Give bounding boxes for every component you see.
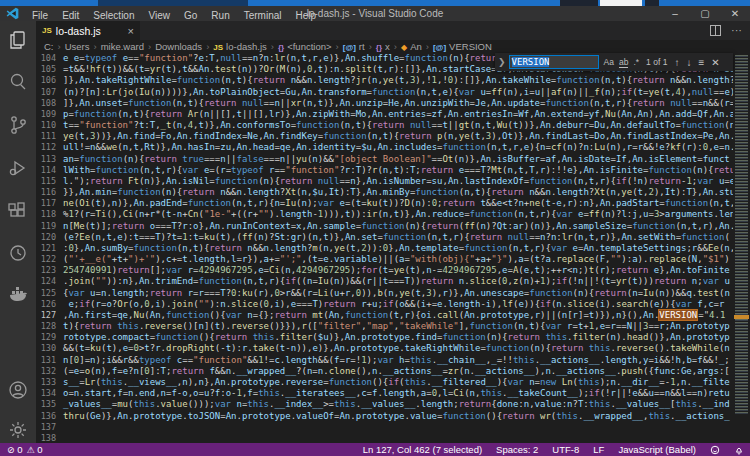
breadcrumb-item-version[interactable]: [@]VERSION [433,41,492,52]
breadcrumb-separator: › [422,41,433,52]
line-number: 132 [36,366,63,377]
regex-icon[interactable]: .* [633,57,639,67]
menu-run[interactable]: Run [204,10,236,21]
toggle-replace-chevron-icon[interactable]: ❯ [495,57,509,67]
breadcrumb-item-x[interactable]: {}x [376,41,390,52]
code-line-110[interactable]: 110t=="function"?t:T,_t(n,4,t)},An.confo… [36,120,733,131]
code-line-106[interactable]: 106]},An.takeRightWhile=function(n,t){re… [36,75,733,86]
next-match-icon[interactable]: ↓ [686,57,691,68]
breadcrumb-item-an[interactable]: ◆An [401,41,422,52]
search-icon[interactable] [7,71,29,93]
close-find-icon[interactable]: ✕ [711,57,719,68]
explorer-icon[interactable] [7,29,29,51]
code-line-120[interactable]: 120(e?Ee(n,t,e):t===T)?t=1:t=ku(t),(ff(n… [36,232,733,243]
menu-terminal[interactable]: Terminal [237,10,289,21]
code-text: %1?(r=Ti(),Ci(n+r*(t-n+Cn("1e-"+((r+"").… [63,209,733,220]
code-line-109[interactable]: 109p=function(n,t){return Ar(n||[],t||[]… [36,109,733,120]
status-eol[interactable]: LF [593,444,604,455]
code-text: 254740991)return[];var r=4294967295,e=Ci… [63,265,730,276]
code-line-135[interactable]: 135_values__=mu(this.value()));var n=thi… [36,399,733,410]
feedback-icon[interactable] [710,444,720,455]
code-text: e;if(r=o?Or(o,0,i).join(""):n.slice(0,i)… [63,299,724,310]
docker-icon[interactable] [7,283,29,305]
breadcrumb-item-mike-ward[interactable]: mike.ward [101,41,144,52]
breadcrumb-item-rt[interactable]: [@]rt [343,41,365,52]
code-line-118[interactable]: 118%1?(r=Ti(),Ci(n+r*(t-n+Cn("1e-"+((r+"… [36,209,733,220]
find-input[interactable]: VERSION [509,55,599,69]
code-line-136[interactable]: 136thru(Ge)},An.prototype.toJSON=An.prot… [36,411,733,422]
source-control-icon[interactable] [7,114,29,136]
breadcrumb-item-downloads[interactable]: Downloads [155,41,202,52]
code-text: (n)?[n]:Lr(jo(Iu(n))))},An.toPlainObject… [63,87,733,98]
history-clock-icon[interactable] [7,242,29,264]
code-line-111[interactable]: 111ye(t,3))},An.find=Fo,An.findIndex=Ne,… [36,131,733,142]
menu-help[interactable]: Help [289,10,324,21]
line-number: 131 [36,355,63,366]
whole-word-icon[interactable]: ab [619,57,628,68]
more-actions-icon[interactable]: ··· [731,26,742,35]
tab-label: lo-dash.js [56,25,122,37]
previous-match-icon[interactable]: ↑ [674,57,679,68]
line-number: 112 [36,142,63,153]
menu-edit[interactable]: Edit [55,10,86,21]
menu-file[interactable]: File [25,10,55,21]
tab-lo-dash-js[interactable]: JS lo-dash.js × [36,21,140,40]
line-number: 127 [36,310,63,321]
run-debug-icon[interactable] [7,157,29,179]
code-line-137[interactable]: 137 [36,422,733,433]
code-line-112[interactable]: 112ull!=n&&we(n,t,Rt)},An.hasIn=zu,An.he… [36,142,733,153]
code-text: o=n.start,f=n.end,n=f-o,o=u?f:o-1,f=this… [63,388,730,399]
code-line-117[interactable]: 117ne(Oi(t),n)},An.padEnd=function(n,t,r… [36,198,733,209]
code-line-119[interactable]: 119n[Me(t)];return o===T?r:o},An.runInCo… [36,221,733,232]
errors-count[interactable]: ⊘ 0 [7,444,22,455]
split-editor-icon[interactable] [710,25,721,36]
status-cursor-position[interactable]: Ln 127, Col 462 (7 selected) [363,444,482,455]
code-line-134[interactable]: 134o=n.start,f=n.end,n=f-o,o=u?f:o-1,f=t… [36,388,733,399]
code-line-130[interactable]: 130&&(t=ku(t),e=0>t?r.dropRight(-t):r.ta… [36,343,733,354]
breadcrumb-item-lo-dash-js[interactable]: JSlo-dash.js [213,41,266,52]
maximize-button[interactable]: ▢ [690,6,720,21]
account-icon[interactable] [7,379,29,401]
code-line-133[interactable]: 133s__=Lr(this.__views__,n),n},An.protot… [36,377,733,388]
code-line-122[interactable]: 122("'+__e("+t+")+'"),c+=t.length,l=r}),… [36,254,733,265]
code-line-129[interactable]: 129rototype.compact=function(){return th… [36,332,733,343]
breadcrumb-item-users[interactable]: Users [65,41,90,52]
settings-gear-icon[interactable] [7,419,29,441]
close-button[interactable]: ✕ [720,6,750,21]
warnings-count[interactable]: ⚠ 0 [26,444,42,455]
tab-close-icon[interactable]: × [128,25,134,37]
breadcrumb-item-c-[interactable]: C: [44,41,54,52]
code-line-124[interactable]: 124.join("")):n},An.trimEnd=function(n,t… [36,276,733,287]
find-in-selection-icon[interactable]: ≡ [698,57,704,68]
bell-icon[interactable] [734,444,744,455]
code-line-131[interactable]: 131n[0]=n);i&&r&&typeof c=="function"&&1… [36,355,733,366]
status-language-mode[interactable]: JavaScript (Babel) [618,444,696,455]
status-encoding[interactable]: UTF-8 [552,444,579,455]
code-line-108[interactable]: 108]},An.unset=function(n,t){return null… [36,98,733,109]
code-line-113[interactable]: 113an=function(n){return true===n||false… [36,154,733,165]
code-line-123[interactable]: 123254740991)return[];var r=4294967295,e… [36,265,733,276]
minimize-button[interactable]: – [660,6,690,21]
menu-view[interactable]: View [142,10,178,21]
code-line-116[interactable]: 116}},An.min=function(n){return n&&n.len… [36,187,733,198]
code-line-126[interactable]: 126 e;if(r=o?Or(o,0,i).join(""):n.slice(… [36,299,733,310]
status-indentation[interactable]: Spaces: 2 [496,444,538,455]
minimap[interactable] [733,53,750,443]
code-line-107[interactable]: 107(n)?[n]:Lr(jo(Iu(n))))},An.toPlainObj… [36,87,733,98]
menu-go[interactable]: Go [177,10,204,21]
code-line-115[interactable]: 115l.");return Ft(n)},An.isNil=function(… [36,176,733,187]
code-line-121[interactable]: 121:0},An.sumBy=function(n,t){return n&&… [36,243,733,254]
code-editor[interactable]: 104e e=typeof e=="function"?e:T,null==n?… [36,53,733,443]
menu-selection[interactable]: Selection [86,10,141,21]
code-line-132[interactable]: 132(=e=o(n),f=e?n[0]:T;return f&&n.__wra… [36,366,733,377]
code-line-125[interactable]: 125{var u=n.length;return r=r===T?0:ku(r… [36,288,733,299]
code-text: l.");return Ft(n)},An.isNil=function(n){… [63,176,733,187]
code-line-138[interactable]: 138 [36,433,733,443]
match-case-icon[interactable]: Aa [604,57,614,67]
extensions-icon[interactable] [7,200,29,222]
breadcrumb-item--function-[interactable]: {}<function> [278,41,332,52]
code-line-114[interactable]: 114lWith=function(n,t,r){var e=(r=typeof… [36,165,733,176]
find-query-text: VERSION [512,57,550,67]
code-line-128[interactable]: 128t){return this.reverse()[n](t).revers… [36,321,733,332]
code-line-127[interactable]: 127,An.first=qe,Nu(An,function(){var n={… [36,310,733,321]
